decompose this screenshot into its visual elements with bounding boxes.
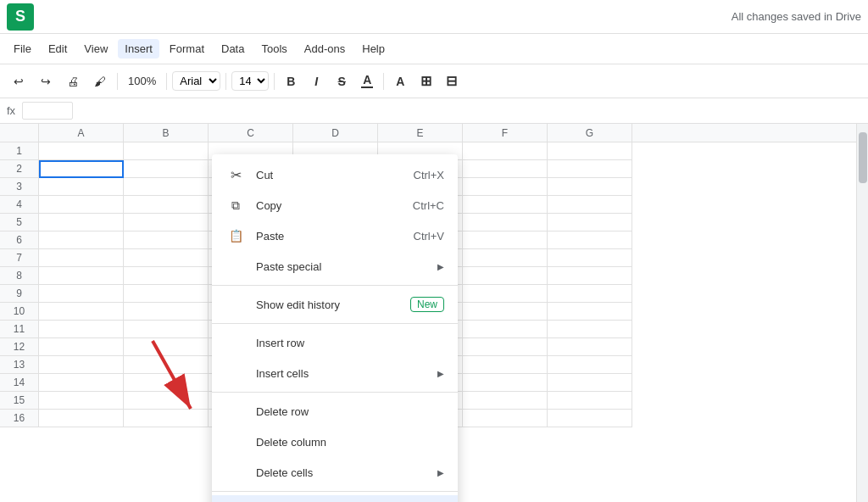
cell-a5[interactable] — [39, 214, 124, 231]
cell-b11[interactable] — [124, 321, 209, 338]
menu-help[interactable]: Help — [355, 39, 392, 59]
cell-g12[interactable] — [548, 338, 632, 356]
cell-a9[interactable] — [39, 285, 124, 303]
cell-f13[interactable] — [463, 356, 548, 374]
col-header-f[interactable]: F — [463, 124, 548, 142]
cell-b6[interactable] — [124, 231, 209, 249]
cell-f3[interactable] — [463, 178, 548, 196]
cell-f11[interactable] — [463, 321, 548, 338]
cell-g4[interactable] — [548, 196, 632, 214]
menu-view[interactable]: View — [77, 39, 114, 59]
cell-b5[interactable] — [124, 214, 209, 231]
menu-insert[interactable]: Insert — [118, 39, 159, 59]
cell-g8[interactable] — [548, 267, 632, 285]
formula-input[interactable] — [80, 104, 861, 117]
menu-item-delete-row[interactable]: Delete row — [212, 396, 458, 427]
col-header-a[interactable]: A — [39, 124, 124, 142]
cell-a15[interactable] — [39, 392, 124, 410]
col-header-c[interactable]: C — [209, 124, 293, 142]
cell-a3[interactable] — [39, 178, 124, 196]
col-header-d[interactable]: D — [293, 124, 378, 142]
cell-b15[interactable] — [124, 392, 209, 410]
cell-b3[interactable] — [124, 178, 209, 196]
cell-g13[interactable] — [548, 356, 632, 374]
cell-g16[interactable] — [548, 410, 632, 427]
cell-f7[interactable] — [463, 249, 548, 267]
menu-edit[interactable]: Edit — [42, 39, 74, 59]
cell-a11[interactable] — [39, 321, 124, 338]
strikethrough-button[interactable]: S — [331, 70, 353, 92]
cell-b10[interactable] — [124, 303, 209, 321]
cell-a6[interactable] — [39, 231, 124, 249]
menu-item-insert-link[interactable]: 🔗 Insert link Ctrl+K — [212, 495, 458, 502]
menu-item-delete-cells[interactable]: Delete cells ▶ — [212, 457, 458, 488]
cell-f6[interactable] — [463, 231, 548, 249]
cell-a10[interactable] — [39, 303, 124, 321]
cell-a8[interactable] — [39, 267, 124, 285]
underline-button[interactable]: A — [356, 70, 378, 92]
cell-a4[interactable] — [39, 196, 124, 214]
cell-a16[interactable] — [39, 410, 124, 427]
cell-g3[interactable] — [548, 178, 632, 196]
menu-item-insert-row[interactable]: Insert row — [212, 327, 458, 358]
cell-f12[interactable] — [463, 338, 548, 356]
cell-b4[interactable] — [124, 196, 209, 214]
italic-button[interactable]: I — [305, 70, 327, 92]
cell-b14[interactable] — [124, 374, 209, 392]
cell-b8[interactable] — [124, 267, 209, 285]
vertical-scrollbar[interactable] — [856, 124, 868, 502]
cell-g11[interactable] — [548, 321, 632, 338]
cell-b2[interactable] — [124, 160, 209, 178]
cell-g10[interactable] — [548, 303, 632, 321]
cell-g6[interactable] — [548, 231, 632, 249]
menu-item-copy[interactable]: ⧉ Copy Ctrl+C — [212, 190, 458, 220]
cell-g5[interactable] — [548, 214, 632, 231]
col-header-e[interactable]: E — [378, 124, 463, 142]
redo-button[interactable]: ↪ — [34, 70, 58, 93]
menu-item-show-edit-history[interactable]: Show edit history New — [212, 289, 458, 320]
cell-f1[interactable] — [463, 142, 548, 160]
menu-addons[interactable]: Add-ons — [298, 39, 352, 59]
merge-cells-button[interactable]: ⊟ — [440, 70, 462, 92]
menu-item-paste[interactable]: 📋 Paste Ctrl+V — [212, 220, 458, 251]
cell-b1[interactable] — [124, 142, 209, 160]
undo-button[interactable]: ↩ — [7, 70, 31, 93]
cell-b9[interactable] — [124, 285, 209, 303]
cell-f14[interactable] — [463, 374, 548, 392]
cell-g9[interactable] — [548, 285, 632, 303]
cell-f10[interactable] — [463, 303, 548, 321]
menu-item-paste-special[interactable]: Paste special ▶ — [212, 251, 458, 282]
menu-item-insert-cells[interactable]: Insert cells ▶ — [212, 358, 458, 388]
menu-data[interactable]: Data — [214, 39, 251, 59]
cell-f2[interactable] — [463, 160, 548, 178]
font-size-select[interactable]: 14 — [231, 71, 269, 91]
menu-file[interactable]: File — [7, 39, 38, 59]
col-header-b[interactable]: B — [124, 124, 209, 142]
bold-button[interactable]: B — [280, 70, 302, 92]
cell-f5[interactable] — [463, 214, 548, 231]
zoom-button[interactable]: 100% — [123, 73, 161, 89]
cell-b16[interactable] — [124, 410, 209, 427]
menu-format[interactable]: Format — [163, 39, 211, 59]
cell-f9[interactable] — [463, 285, 548, 303]
cell-f4[interactable] — [463, 196, 548, 214]
cell-g7[interactable] — [548, 249, 632, 267]
format-paint-button[interactable]: 🖌 — [88, 70, 112, 93]
cell-reference-input[interactable] — [22, 102, 73, 120]
cell-a14[interactable] — [39, 374, 124, 392]
cell-g1[interactable] — [548, 142, 632, 160]
fill-color-button[interactable]: A — [389, 70, 411, 92]
menu-tools[interactable]: Tools — [254, 39, 293, 59]
cell-f15[interactable] — [463, 392, 548, 410]
cell-f8[interactable] — [463, 267, 548, 285]
cell-b12[interactable] — [124, 338, 209, 356]
cell-f16[interactable] — [463, 410, 548, 427]
cell-a2[interactable] — [39, 160, 124, 178]
menu-item-delete-column[interactable]: Delete column — [212, 427, 458, 457]
cell-g15[interactable] — [548, 392, 632, 410]
borders-button[interactable]: ⊞ — [415, 70, 437, 92]
cell-a1[interactable] — [39, 142, 124, 160]
cell-a12[interactable] — [39, 338, 124, 356]
cell-g2[interactable] — [548, 160, 632, 178]
font-select[interactable]: Arial — [172, 71, 220, 91]
